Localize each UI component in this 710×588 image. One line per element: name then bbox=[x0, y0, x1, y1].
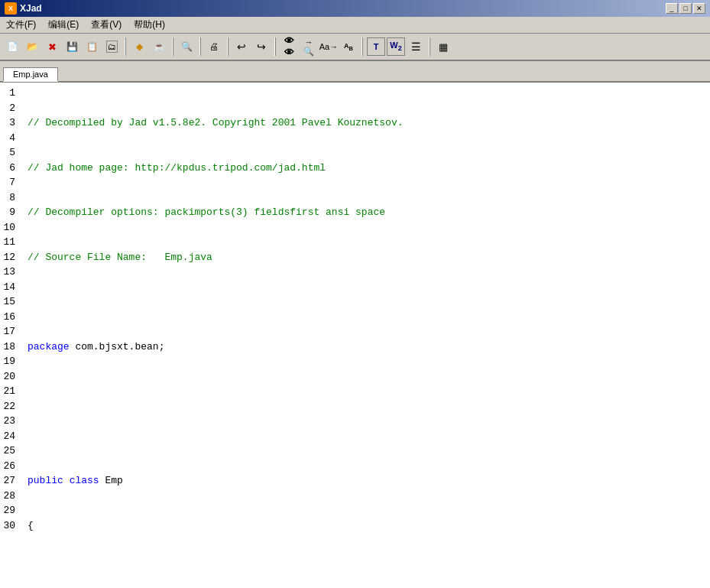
window-title: XJad bbox=[20, 3, 666, 14]
title-bar: X XJad _ □ ✕ bbox=[0, 0, 710, 17]
code-container: 1 2 3 4 5 6 7 8 9 10 11 12 13 14 15 16 1… bbox=[0, 83, 710, 588]
code-line-6: package com.bjsxt.bean; bbox=[28, 339, 704, 355]
code-line-2: // Jad home page: http://kpdus.tripod.co… bbox=[28, 161, 704, 176]
code-line-1: // Decompiled by Jad v1.5.8e2. Copyright… bbox=[28, 115, 704, 131]
close-button[interactable]: ✕ bbox=[693, 3, 705, 14]
code-line-8 bbox=[28, 429, 704, 444]
coffee-button[interactable]: ☕ bbox=[150, 37, 168, 56]
code-area[interactable]: 1 2 3 4 5 6 7 8 9 10 11 12 13 14 15 16 1… bbox=[0, 83, 710, 588]
toolbar-sep-5 bbox=[274, 37, 276, 56]
toolbar-sep-7 bbox=[429, 37, 430, 56]
text-format-button[interactable]: T bbox=[367, 37, 385, 56]
move-file-button[interactable]: 🗂 bbox=[102, 37, 121, 56]
menu-bar: 文件(F) 编辑(E) 查看(V) 帮助(H) bbox=[0, 17, 710, 34]
menu-view[interactable]: 查看(V) bbox=[85, 17, 128, 33]
replace-button[interactable]: Aa→ bbox=[319, 37, 338, 56]
code-line-5 bbox=[28, 294, 704, 310]
toolbar-sep-3 bbox=[199, 37, 201, 56]
code-line-11 bbox=[28, 563, 704, 578]
toolbar: 📄 📂 ✖ 💾 📋 🗂 ◆ ☕ 🔍 🖨 ↩ ↪ 👁👁 →🔍 Aa→ AB T W… bbox=[0, 34, 710, 61]
code-text[interactable]: // Decompiled by Jad v1.5.8e2. Copyright… bbox=[21, 83, 710, 588]
maximize-button[interactable]: □ bbox=[679, 3, 692, 14]
code-line-7 bbox=[28, 384, 704, 399]
tab-emp-java[interactable]: Emp.java bbox=[3, 67, 58, 82]
tab-bar: Emp.java bbox=[0, 61, 710, 83]
open-button[interactable]: 📂 bbox=[23, 37, 41, 56]
save-button[interactable]: 💾 bbox=[63, 37, 81, 56]
toolbar-sep-6 bbox=[361, 37, 363, 56]
font-size-button[interactable]: AB bbox=[339, 37, 358, 56]
copy-file-button[interactable]: 📋 bbox=[83, 37, 101, 56]
close-file-button[interactable]: ✖ bbox=[43, 37, 61, 56]
bold-w-button[interactable]: W2 bbox=[387, 37, 405, 56]
undo-button[interactable]: ↩ bbox=[232, 37, 251, 56]
code-line-10: { bbox=[28, 518, 704, 534]
code-line-9: public class Emp bbox=[28, 473, 704, 489]
toolbar-sep-4 bbox=[227, 37, 229, 56]
print-button[interactable]: 🖨 bbox=[205, 37, 223, 56]
minimize-button[interactable]: _ bbox=[666, 3, 678, 14]
toolbar-sep-1 bbox=[125, 37, 126, 56]
search-file-button[interactable]: 🔍 bbox=[177, 37, 196, 56]
binoculars-button[interactable]: 👁👁 bbox=[280, 37, 298, 56]
menu-file[interactable]: 文件(F) bbox=[0, 17, 42, 33]
redo-button[interactable]: ↪ bbox=[252, 37, 271, 56]
diamond-button[interactable]: ◆ bbox=[130, 37, 148, 56]
code-line-3: // Decompiler options: packimports(3) fi… bbox=[28, 205, 704, 220]
line-numbers: 1 2 3 4 5 6 7 8 9 10 11 12 13 14 15 16 1… bbox=[0, 83, 21, 588]
app-icon: X bbox=[5, 2, 17, 15]
search-arrow-button[interactable]: →🔍 bbox=[300, 37, 318, 56]
new-button[interactable]: 📄 bbox=[3, 37, 21, 56]
main-area: Emp.java 1 2 3 4 5 6 7 8 9 10 11 12 13 1… bbox=[0, 61, 710, 588]
window-controls[interactable]: _ □ ✕ bbox=[666, 3, 705, 14]
menu-edit[interactable]: 编辑(E) bbox=[42, 17, 85, 33]
code-line-4: // Source File Name: Emp.java bbox=[28, 250, 704, 265]
menu-help[interactable]: 帮助(H) bbox=[128, 17, 171, 33]
list-button[interactable]: ☰ bbox=[407, 37, 425, 56]
align-button[interactable]: ▦ bbox=[434, 37, 452, 56]
toolbar-sep-2 bbox=[172, 37, 173, 56]
